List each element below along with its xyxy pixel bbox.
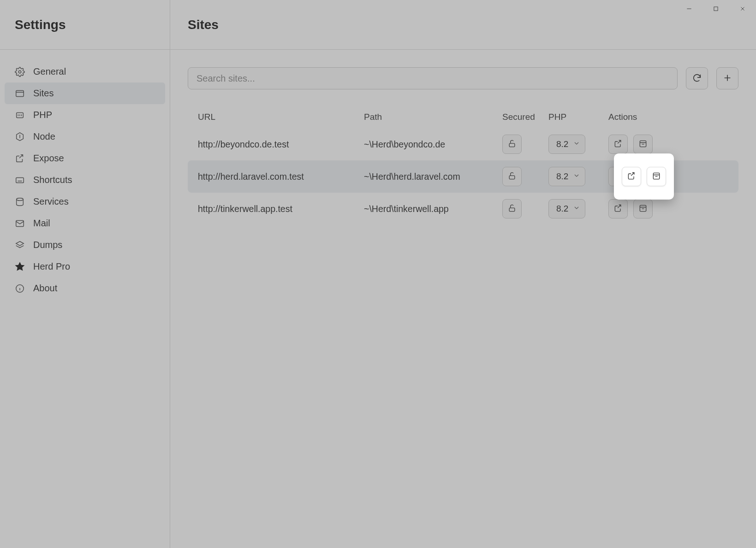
sidebar-title: Settings xyxy=(15,18,65,32)
cell-url: http://beyondco.de.test xyxy=(198,139,364,150)
sidebar-item-herdpro[interactable]: Herd Pro xyxy=(5,256,165,277)
sidebar-item-shortcuts[interactable]: Shortcuts xyxy=(5,169,165,191)
cell-url: http://herd.laravel.com.test xyxy=(198,171,364,182)
cell-path: ~\Herd\herd.laravel.com xyxy=(364,171,502,182)
sidebar-item-label: Dumps xyxy=(33,240,62,250)
plus-icon xyxy=(722,73,732,84)
sidebar-item-mail[interactable]: Mail xyxy=(5,212,165,234)
sidebar-item-label: Expose xyxy=(33,153,64,164)
window-maximize-button[interactable] xyxy=(702,0,729,18)
gear-icon xyxy=(15,67,25,77)
sidebar-nav: General Sites PHP Node Expose Shortcuts xyxy=(0,50,170,299)
close-icon xyxy=(739,6,746,13)
refresh-icon xyxy=(692,73,702,84)
window-minimize-button[interactable] xyxy=(676,0,702,18)
secure-toggle[interactable] xyxy=(502,167,522,186)
info-icon xyxy=(15,283,25,294)
sidebar-item-label: General xyxy=(33,66,66,77)
sidebar-header: Settings xyxy=(0,0,170,50)
add-site-button[interactable] xyxy=(716,67,738,89)
open-in-finder-button[interactable] xyxy=(633,135,653,154)
external-link-icon xyxy=(613,204,623,214)
sidebar-item-general[interactable]: General xyxy=(5,61,165,82)
php-version-value: 8.2 xyxy=(556,204,568,214)
browser-icon xyxy=(15,88,25,99)
window-icon xyxy=(652,171,661,182)
main-header: Sites xyxy=(170,0,756,50)
open-in-finder-button[interactable] xyxy=(633,199,653,218)
php-icon xyxy=(15,110,25,120)
cell-url: http://tinkerwell.app.test xyxy=(198,204,364,214)
sidebar-item-label: Node xyxy=(33,131,55,142)
sidebar-item-label: Mail xyxy=(33,218,50,229)
open-in-browser-button[interactable] xyxy=(608,199,628,218)
keyboard-icon xyxy=(15,175,25,185)
sidebar: Settings General Sites PHP Node Expose xyxy=(0,0,170,548)
col-url: URL xyxy=(198,112,364,122)
open-in-browser-button[interactable] xyxy=(608,135,628,154)
sidebar-item-node[interactable]: Node xyxy=(5,126,165,147)
actions-callout xyxy=(614,153,674,200)
minimize-icon xyxy=(686,6,692,13)
col-actions: Actions xyxy=(608,112,728,122)
external-link-icon xyxy=(613,139,623,150)
sidebar-item-about[interactable]: About xyxy=(5,277,165,299)
php-version-select[interactable]: 8.2 xyxy=(548,167,585,186)
cell-path: ~\Herd\beyondco.de xyxy=(364,139,502,150)
unlock-icon xyxy=(507,139,517,150)
col-secured: Secured xyxy=(502,112,548,122)
share-icon xyxy=(15,153,25,164)
cell-path: ~\Herd\tinkerwell.app xyxy=(364,204,502,214)
sidebar-item-label: About xyxy=(33,283,57,294)
col-php: PHP xyxy=(548,112,608,122)
chevron-down-icon xyxy=(573,171,580,182)
external-link-icon xyxy=(627,171,636,182)
star-icon xyxy=(15,262,25,272)
sidebar-item-php[interactable]: PHP xyxy=(5,104,165,126)
chevron-down-icon xyxy=(573,204,580,214)
unlock-icon xyxy=(507,171,517,182)
window-close-button[interactable] xyxy=(729,0,756,18)
window-controls xyxy=(676,0,756,18)
toolbar xyxy=(188,67,738,89)
sidebar-item-dumps[interactable]: Dumps xyxy=(5,234,165,256)
node-icon xyxy=(15,132,25,142)
layers-icon xyxy=(15,240,25,250)
php-version-select[interactable]: 8.2 xyxy=(548,199,585,218)
maximize-icon xyxy=(713,6,719,13)
page-title: Sites xyxy=(188,18,219,32)
php-version-value: 8.2 xyxy=(556,139,568,149)
open-in-browser-button[interactable] xyxy=(622,167,641,186)
secure-toggle[interactable] xyxy=(502,135,522,154)
sidebar-item-label: Shortcuts xyxy=(33,175,72,185)
chevron-down-icon xyxy=(573,139,580,149)
php-version-value: 8.2 xyxy=(556,171,568,182)
mail-icon xyxy=(15,218,25,229)
database-icon xyxy=(15,197,25,207)
window-icon xyxy=(638,139,648,150)
table-header: URL Path Secured PHP Actions xyxy=(188,106,738,128)
search-input[interactable] xyxy=(188,67,678,89)
sidebar-item-services[interactable]: Services xyxy=(5,191,165,212)
sidebar-item-label: Services xyxy=(33,196,69,207)
sidebar-item-sites[interactable]: Sites xyxy=(5,82,165,104)
col-path: Path xyxy=(364,112,502,122)
open-in-finder-button[interactable] xyxy=(647,167,666,186)
unlock-icon xyxy=(507,204,517,214)
refresh-button[interactable] xyxy=(686,67,708,89)
sidebar-item-label: Herd Pro xyxy=(33,261,70,272)
secure-toggle[interactable] xyxy=(502,199,522,218)
php-version-select[interactable]: 8.2 xyxy=(548,135,585,154)
sidebar-item-expose[interactable]: Expose xyxy=(5,147,165,169)
window-icon xyxy=(638,204,648,214)
sidebar-item-label: PHP xyxy=(33,110,52,120)
sidebar-item-label: Sites xyxy=(33,88,54,99)
main: Sites URL Path Secured PHP Actions xyxy=(170,0,756,548)
